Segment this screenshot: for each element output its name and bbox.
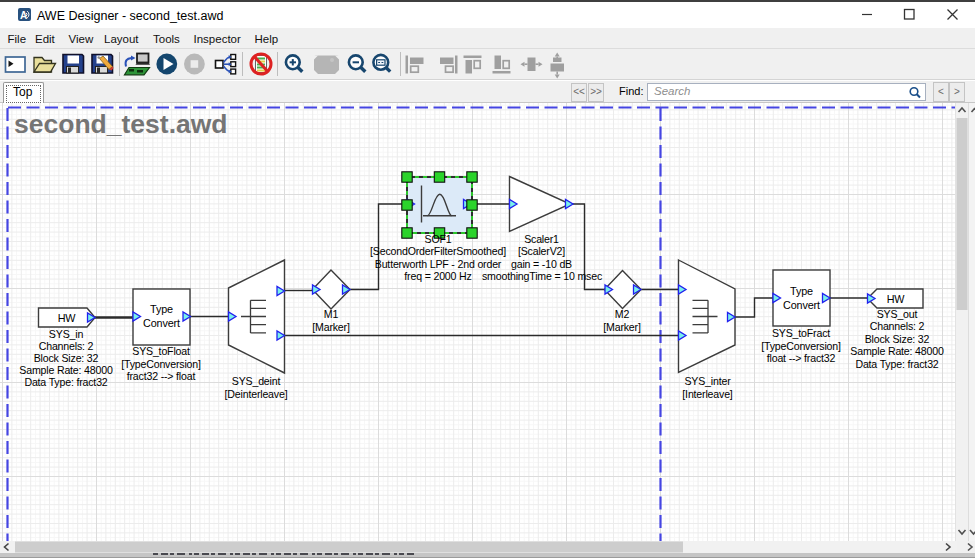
svg-text:[Deinterleave]: [Deinterleave] [225, 388, 288, 400]
svg-text:Type: Type [790, 285, 813, 297]
svg-text:Convert: Convert [143, 317, 180, 329]
svg-text:[TypeConversion]: [TypeConversion] [761, 340, 841, 352]
svg-text:[Marker]: [Marker] [603, 321, 641, 333]
svg-text:SYS_inter: SYS_inter [684, 375, 731, 387]
svg-text:M2: M2 [615, 308, 630, 320]
svg-text:Type: Type [150, 303, 173, 315]
svg-text:SYS_in: SYS_in [49, 328, 84, 340]
svg-text:Channels: 2: Channels: 2 [39, 340, 94, 352]
svg-text:Channels: 2: Channels: 2 [870, 320, 925, 332]
svg-text:Scaler1: Scaler1 [524, 233, 559, 245]
svg-text:freq = 2000 Hz: freq = 2000 Hz [404, 270, 471, 282]
svg-text:smoothingTime = 10 msec: smoothingTime = 10 msec [482, 270, 603, 282]
svg-text:Sample Rate: 48000: Sample Rate: 48000 [19, 364, 113, 376]
svg-text:[Marker]: [Marker] [312, 321, 350, 333]
svg-text:SYS_toFloat: SYS_toFloat [132, 345, 190, 357]
svg-text:Data Type: fract32: Data Type: fract32 [855, 358, 938, 370]
svg-text:Block Size: 32: Block Size: 32 [865, 333, 930, 345]
svg-text:SOF1: SOF1 [425, 233, 452, 245]
svg-text:M1: M1 [324, 308, 339, 320]
svg-text:second_test.awd: second_test.awd [14, 109, 228, 139]
svg-text:SYS_out: SYS_out [877, 308, 918, 320]
svg-text:gain = -10 dB: gain = -10 dB [511, 258, 572, 270]
svg-text:HW: HW [887, 293, 906, 305]
svg-text:[ScalerV2]: [ScalerV2] [518, 245, 565, 257]
svg-text:HW: HW [58, 312, 77, 324]
svg-text:SYS_toFract: SYS_toFract [772, 327, 830, 339]
svg-text:[SecondOrderFilterSmoothed]: [SecondOrderFilterSmoothed] [370, 245, 506, 257]
svg-text:float --> fract32: float --> fract32 [767, 352, 836, 364]
svg-text:fract32 --> float: fract32 --> float [127, 370, 196, 382]
svg-text:Convert: Convert [783, 299, 820, 311]
svg-text:A: A [20, 10, 27, 21]
svg-text:[Interleave]: [Interleave] [682, 388, 732, 400]
svg-text:Sample Rate: 48000: Sample Rate: 48000 [850, 345, 944, 357]
svg-text:SYS_deint: SYS_deint [232, 375, 281, 387]
svg-text:Block Size: 32: Block Size: 32 [34, 352, 99, 364]
svg-text:[TypeConversion]: [TypeConversion] [121, 358, 201, 370]
svg-text:Data Type: fract32: Data Type: fract32 [24, 376, 107, 388]
svg-text:Butterworth LPF - 2nd order: Butterworth LPF - 2nd order [375, 258, 502, 270]
